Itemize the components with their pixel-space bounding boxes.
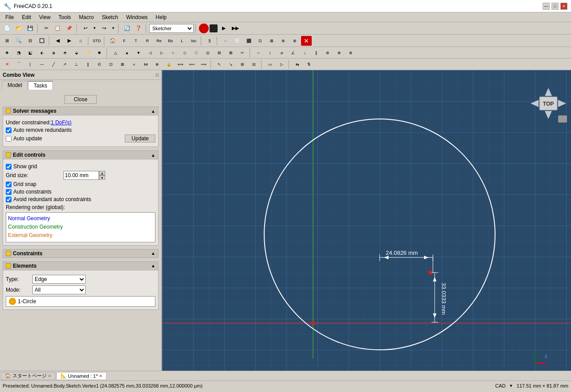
zoom-fit-btn[interactable]: ⊞ (2, 36, 12, 46)
sk-tool5[interactable]: ⬗ (48, 48, 59, 58)
close-sketch-button[interactable]: Close (64, 95, 97, 104)
edit-controls-collapse[interactable]: ▲ (151, 153, 155, 158)
sk-tool16[interactable]: ◇ (179, 48, 190, 58)
more2-btn[interactable]: ⬜ (232, 36, 242, 46)
spin-up[interactable]: ▲ (99, 171, 105, 175)
nav-back-btn[interactable]: ◀ (52, 36, 63, 46)
spin-down[interactable]: ▼ (99, 175, 105, 180)
more1-btn[interactable]: ··· (220, 36, 231, 46)
con-tool7[interactable]: ⊥ (71, 59, 82, 69)
con-tool14[interactable]: ⊗ (152, 59, 163, 69)
view-bot-btn[interactable]: Bo (165, 36, 176, 46)
sk-tool13[interactable]: ◁ (145, 48, 155, 58)
tab-start-page[interactable]: 🏠 スタートページ ✕ (1, 372, 56, 380)
con-tool21[interactable]: ⊞ (237, 59, 248, 69)
sk-tool7[interactable]: ⬙ (71, 48, 82, 58)
sk-tool28[interactable]: ⊛ (322, 48, 333, 58)
maximize-button[interactable]: □ (551, 3, 559, 10)
sk-tool24[interactable]: ⌀ (276, 48, 287, 58)
sk-tool9[interactable]: ✱ (94, 48, 105, 58)
section-btn[interactable]: § (204, 36, 215, 46)
open-button[interactable]: 📂 (13, 24, 24, 33)
new-button[interactable]: 📄 (2, 24, 12, 33)
workbench-combo[interactable]: Sketcher (149, 24, 194, 33)
grid-snap-checkbox[interactable] (6, 182, 12, 187)
con-tool18[interactable]: ⟹ (198, 59, 209, 69)
con-tool6[interactable]: ↗ (59, 59, 70, 69)
solver-messages-header[interactable]: Solver messages ▲ (3, 107, 159, 115)
tab-model[interactable]: Model (2, 81, 28, 90)
undo-button[interactable]: ↩ (80, 24, 91, 33)
render-external[interactable]: External Geometry (8, 231, 153, 240)
more5-btn[interactable]: ⊠ (266, 36, 277, 46)
con-tool13[interactable]: ⋈ (140, 59, 151, 69)
play2-button[interactable]: ▶▶ (230, 24, 241, 33)
con-tool20[interactable]: ↘ (226, 59, 236, 69)
combo-view-maximize[interactable]: □ (156, 72, 159, 77)
elements-collapse[interactable]: ▲ (151, 263, 155, 268)
show-grid-checkbox[interactable] (6, 164, 12, 170)
auto-constraints-checkbox[interactable] (6, 189, 12, 195)
tab-tasks[interactable]: Tasks (28, 81, 53, 90)
sk-tool12[interactable]: ▼ (133, 48, 144, 58)
avoid-redundant-checkbox[interactable] (6, 197, 12, 202)
record-button[interactable] (199, 24, 209, 33)
auto-update-checkbox[interactable] (6, 136, 12, 142)
save-button[interactable]: 💾 (25, 24, 36, 33)
view-top-btn[interactable]: T (131, 36, 141, 46)
con-tool22[interactable]: ⊟ (249, 59, 259, 69)
con-tool17[interactable]: ⟸ (186, 59, 197, 69)
std-view-btn[interactable]: STD (91, 36, 102, 46)
con-tool1[interactable]: ✕ (2, 59, 12, 69)
con-tool3[interactable]: | (25, 59, 36, 69)
view-front-btn[interactable]: F (119, 36, 130, 46)
constraints-collapse[interactable]: ▲ (151, 251, 155, 256)
con-tool4[interactable]: — (36, 59, 47, 69)
sk-tool11[interactable]: ▲ (122, 48, 132, 58)
con-tool10[interactable]: ⊡ (106, 59, 116, 69)
menu-view[interactable]: View (36, 13, 54, 21)
sk-tool17[interactable]: □ (191, 48, 202, 58)
type-select[interactable]: Edge (32, 275, 86, 284)
menu-macro[interactable]: Macro (75, 13, 97, 21)
menu-sketch[interactable]: Sketch (98, 13, 122, 21)
con-tool8[interactable]: ∥ (83, 59, 93, 69)
sk-tool25[interactable]: ∠ (288, 48, 298, 58)
sk-tool22[interactable]: ↔ (253, 48, 264, 58)
render-normal[interactable]: Normal Geometry (8, 214, 153, 223)
sk-tool2[interactable]: ⬔ (13, 48, 24, 58)
sk-tool4[interactable]: ⬖ (36, 48, 47, 58)
view-right-btn[interactable]: R (142, 36, 153, 46)
canvas-area[interactable]: 24.0826 mm 33.0333 mm (162, 70, 571, 371)
sk-tool20[interactable]: ⊠ (226, 48, 236, 58)
sk-tool10[interactable]: △ (110, 48, 121, 58)
constraints-header[interactable]: Constraints ▲ (3, 249, 159, 258)
con-tool15[interactable]: 🔒 (163, 59, 174, 69)
view-home-btn[interactable]: 🏠 (107, 36, 118, 46)
update-button[interactable]: Update (125, 135, 155, 143)
sk-tool15[interactable]: ○ (168, 48, 178, 58)
render-construction[interactable]: Construction Geometry (8, 223, 153, 231)
unnamed-close[interactable]: ✕ (99, 374, 103, 378)
con-tool25[interactable]: ⇆ (292, 59, 303, 69)
more6-btn[interactable]: ⊕ (278, 36, 289, 46)
sk-tool21[interactable]: ✂ (237, 48, 248, 58)
menu-edit[interactable]: Edit (18, 13, 35, 21)
close-red-btn[interactable]: ✕ (301, 36, 312, 46)
copy-button[interactable]: 📋 (52, 24, 63, 33)
con-tool5[interactable]: ╱ (48, 59, 59, 69)
sk-tool18[interactable]: ◎ (202, 48, 213, 58)
view3d-btn[interactable]: 🔲 (36, 36, 47, 46)
con-tool11[interactable]: ⊠ (117, 59, 128, 69)
start-page-close[interactable]: ✕ (48, 374, 52, 378)
nav-fwd-btn[interactable]: ▶ (64, 36, 75, 46)
minimize-button[interactable]: — (543, 3, 550, 10)
cad-dropdown[interactable]: ▼ (509, 384, 513, 388)
sk-tool19[interactable]: ⊞ (214, 48, 225, 58)
refresh-button[interactable]: 🔄 (122, 24, 132, 33)
con-tool16[interactable]: ⟺ (175, 59, 186, 69)
more7-btn[interactable]: ⊗ (289, 36, 300, 46)
more3-btn[interactable]: ⬛ (243, 36, 254, 46)
cut-button[interactable]: ✂ (41, 24, 52, 33)
tab-unnamed[interactable]: 📐 Unnamed : 1* ✕ (56, 372, 107, 380)
